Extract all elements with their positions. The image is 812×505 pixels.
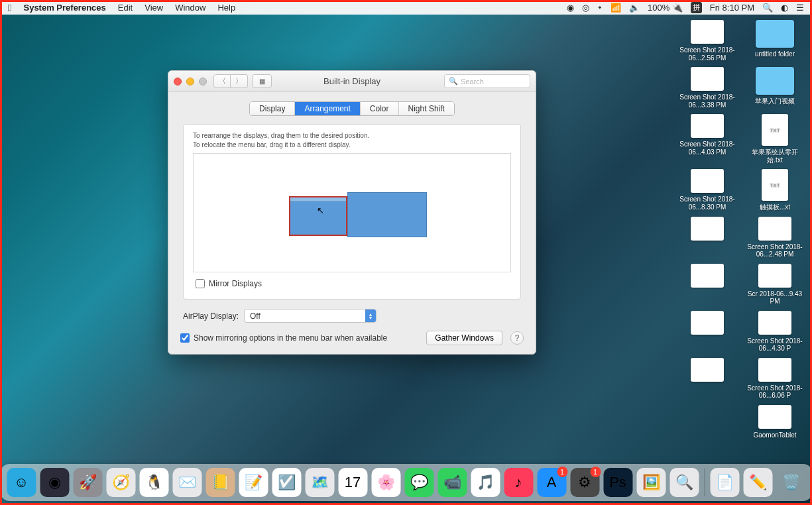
desktop-item-label: Screen Shot 2018-06...2.48 PM	[746, 243, 804, 258]
instruction-text: To rearrange the displays, drag them to …	[193, 131, 511, 149]
clock[interactable]: Fri 8:10 PM	[710, 3, 754, 13]
apple-menu[interactable]: 	[8, 2, 11, 13]
tab-night-shift[interactable]: Night Shift	[399, 102, 454, 115]
accessibility-icon[interactable]: ◎	[582, 3, 589, 13]
menu-bar:  System Preferences Edit View Window He…	[0, 0, 812, 15]
wifi-icon[interactable]: 📶	[610, 3, 621, 13]
dock-gaomon[interactable]: ✏️	[743, 468, 772, 497]
input-method-icon[interactable]: 拼	[691, 2, 702, 13]
tab-arrangement[interactable]: Arrangement	[295, 102, 360, 115]
recording-icon[interactable]: ◉	[567, 3, 574, 13]
img-icon	[691, 217, 724, 241]
mirror-displays-checkbox[interactable]	[196, 279, 205, 288]
dock-notes[interactable]: 📝	[239, 468, 268, 497]
display-arrangement-canvas[interactable]: ↖	[193, 153, 511, 272]
dock-mail[interactable]: ✉️	[172, 468, 202, 497]
dock-music[interactable]: ♪	[504, 468, 533, 497]
bluetooth-icon[interactable]: ᛭	[597, 3, 603, 13]
desktop-item-label: Screen Shot 2018-06...8.30 PM	[678, 196, 736, 211]
show-mirroring-checkbox[interactable]	[180, 333, 190, 343]
forward-button[interactable]: 〉	[231, 74, 248, 88]
gather-windows-button[interactable]: Gather Windows	[426, 331, 502, 345]
dock-photos[interactable]: 🌸	[371, 468, 400, 497]
menu-view[interactable]: View	[145, 3, 163, 13]
desktop-item[interactable]	[678, 217, 736, 258]
notification-center-icon[interactable]: ☰	[796, 3, 804, 13]
airplay-label: AirPlay Display:	[183, 311, 239, 321]
dock-texteditor[interactable]: 📄	[710, 468, 739, 497]
menu-window[interactable]: Window	[175, 3, 205, 13]
img-icon	[691, 358, 724, 382]
desktop-item[interactable]: Scr 2018-06...9.43 PM	[746, 264, 804, 306]
tab-color[interactable]: Color	[361, 102, 399, 115]
zoom-button[interactable]	[199, 78, 207, 85]
dock-itunes[interactable]: 🎵	[471, 468, 500, 497]
desktop-item[interactable]	[678, 264, 736, 306]
desktop-item[interactable]: GaomonTablet	[746, 405, 804, 439]
menu-edit[interactable]: Edit	[118, 3, 133, 13]
system-preferences-window: 〈 〉 ▦ Built-in Display 🔍 Search Display …	[168, 70, 536, 355]
desktop-item[interactable]: untitled folder	[746, 20, 804, 62]
dock-messages[interactable]: 💬	[404, 468, 434, 497]
folder-icon	[756, 67, 794, 95]
dock-reminders[interactable]: ☑️	[272, 468, 301, 497]
mirror-displays-label: Mirror Displays	[209, 279, 262, 288]
dock-safari[interactable]: 🧭	[106, 468, 135, 497]
primary-display[interactable]	[289, 196, 347, 236]
airplay-select[interactable]: Off ▴▾	[244, 309, 377, 323]
desktop-item-label: 苹果系统从零开始.txt	[746, 148, 804, 164]
desktop-item[interactable]: Screen Shot 2018-06...4.30 P	[746, 311, 804, 353]
spotlight-icon[interactable]: 🔍	[762, 3, 773, 13]
window-titlebar[interactable]: 〈 〉 ▦ Built-in Display 🔍 Search	[168, 71, 536, 92]
dock-launchpad[interactable]: 🚀	[73, 468, 102, 497]
dock-calendar[interactable]: 17	[338, 468, 367, 497]
desktop-item[interactable]: TXT苹果系统从零开始.txt	[746, 114, 804, 164]
search-field[interactable]: 🔍 Search	[444, 74, 530, 88]
dock-settings[interactable]: ⚙1	[570, 468, 599, 497]
help-button[interactable]: ?	[510, 331, 524, 345]
desktop-item[interactable]	[678, 358, 736, 400]
chevron-updown-icon: ▴▾	[365, 309, 376, 322]
minimize-button[interactable]	[186, 78, 194, 85]
dock-maps[interactable]: 🗺️	[305, 468, 334, 497]
battery-status[interactable]: 100% 🔌	[648, 3, 683, 13]
dock-preview[interactable]: 🖼️	[636, 468, 666, 497]
tab-display[interactable]: Display	[250, 102, 295, 115]
desktop-item[interactable]: Screen Shot 2018-06...3.38 PM	[678, 67, 736, 109]
secondary-display[interactable]	[347, 192, 427, 237]
dock-photoshop[interactable]: Ps	[603, 468, 632, 497]
dock-qq[interactable]: 🐧	[139, 468, 168, 497]
volume-icon[interactable]: 🔈	[629, 3, 640, 13]
search-icon: 🔍	[449, 77, 458, 85]
img-icon	[758, 264, 791, 288]
desktop-item[interactable]: TXT触摸板...xt	[746, 169, 804, 211]
back-button[interactable]: 〈	[213, 74, 231, 88]
desktop-item-label: 触摸板...xt	[760, 203, 790, 211]
close-button[interactable]	[174, 78, 182, 85]
app-menu[interactable]: System Preferences	[23, 3, 105, 13]
desktop-item[interactable]: 苹果入门视频	[746, 67, 804, 109]
dock-finder[interactable]: ☺	[7, 468, 36, 497]
desktop-item[interactable]: Screen Shot 2018-06...8.30 PM	[678, 169, 736, 211]
desktop-item-label: Screen Shot 2018-06...6.06 P	[746, 384, 804, 400]
img-icon	[691, 67, 724, 91]
desktop-item[interactable]: Screen Shot 2018-06...2.48 PM	[746, 217, 804, 258]
dock-trash[interactable]: 🗑️	[776, 468, 805, 497]
dock-facetime[interactable]: 📹	[437, 468, 467, 497]
siri-icon[interactable]: ◐	[781, 3, 788, 13]
mirror-displays-row[interactable]: Mirror Displays	[193, 272, 511, 290]
desktop-item[interactable]	[678, 311, 736, 353]
dock-siri[interactable]: ◉	[40, 468, 69, 497]
desktop-item[interactable]: Screen Shot 2018-06...6.06 P	[746, 358, 804, 400]
desktop-icons: Screen Shot 2018-06...2.56 PMuntitled fo…	[678, 20, 804, 439]
img-icon	[758, 311, 791, 335]
show-mirroring-label: Show mirroring options in the menu bar w…	[194, 333, 387, 343]
desktop-item[interactable]: Screen Shot 2018-06...2.56 PM	[678, 20, 736, 62]
show-all-button[interactable]: ▦	[252, 74, 272, 88]
desktop-item[interactable]: Screen Shot 2018-06...4.03 PM	[678, 114, 736, 164]
dock-search[interactable]: 🔍	[669, 468, 699, 497]
txt-icon: TXT	[762, 114, 788, 146]
menu-help[interactable]: Help	[217, 3, 235, 13]
dock-appstore[interactable]: A1	[537, 468, 566, 497]
dock-contacts[interactable]: 📒	[205, 468, 235, 497]
